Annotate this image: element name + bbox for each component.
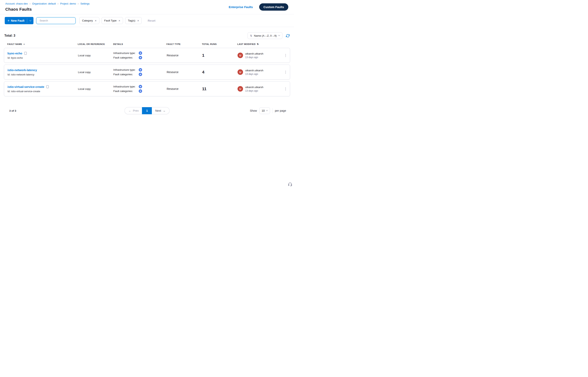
table-row: byoc-echo Id: byoc-echo Local copy Infra… [4,48,290,63]
total-runs: 1 [202,53,237,58]
fault-id: Id: byoc-echo [8,56,78,59]
sort-dropdown[interactable]: ⇅ Name (A→Z, 0→9) [248,32,283,39]
filter-label: Fault Type [104,19,117,22]
sort-both-icon: ⇅ [257,43,259,45]
column-header-fault-name[interactable]: FAULT NAME ▲ [7,43,78,45]
close-icon[interactable]: × [118,19,120,22]
details-cell: Infrastructure type: ☸ Fault categories:… [113,68,167,76]
fault-name-link[interactable]: istio-network-latency [8,68,37,72]
total-runs: 4 [202,70,237,74]
header-actions: Enterprise Faults Custom Faults [229,3,288,11]
custom-faults-button[interactable]: Custom Faults [259,3,288,11]
prev-label: Prev [133,109,139,112]
last-modified-cell: U utkarsh.utkarsh 13 days ago [237,86,281,92]
column-label: LAST MODIFIED [237,43,256,45]
chevron-down-icon [278,34,280,36]
toolbar: + New Fault Category × Fault Type × Tag(… [0,14,294,27]
close-icon[interactable]: × [95,19,97,22]
enterprise-faults-link[interactable]: Enterprise Faults [229,5,253,9]
row-menu-button[interactable]: ⋮ [281,53,290,58]
avatar: U [237,86,243,92]
chevron-down-icon [29,19,31,21]
modified-date: 13 days ago [245,89,263,92]
divider [272,108,272,113]
sort-ascending-icon: ▲ [23,43,25,45]
total-runs: 11 [202,86,237,91]
column-header-local-or-reference: LOCAL OR REFERENCE [78,43,113,45]
headset-icon [288,182,292,187]
fault-name-link[interactable]: istio-virtual-service-create [8,85,44,88]
arrow-right-icon: → [163,109,166,112]
breadcrumb-project[interactable]: Project: demo [60,2,76,5]
pagination-range: 3 of 3 [9,109,16,112]
last-modified-cell: U utkarsh.utkarsh 13 days ago [237,52,281,59]
content: Total: 3 ⇅ Name (A→Z, 0→9) FAULT NAME ▲ … [0,32,294,115]
table-row: istio-virtual-service-create Id: istio-v… [4,81,290,96]
show-label: Show [250,109,257,112]
column-label: LOCAL OR REFERENCE [78,43,105,45]
plus-icon: + [8,19,10,23]
page-1-button[interactable]: 1 [142,107,152,114]
fault-id: Id: istio-network-latency [8,73,78,76]
filter-pills: Category × Fault Type × Tag(s) × [79,17,142,24]
new-fault-button[interactable]: + New Fault [5,17,27,24]
search-input[interactable] [40,19,74,22]
kubernetes-icon: ☸ [139,73,142,76]
breadcrumb-organization[interactable]: Organization: default [32,2,56,5]
new-fault-dropdown-button[interactable] [27,17,34,24]
modified-by: utkarsh.utkarsh [245,52,263,55]
doc-icon [24,52,27,55]
page-size-controls: Show 10 per page [250,107,286,114]
chevron-down-icon [266,109,268,111]
infrastructure-type-label: Infrastructure type: [113,52,139,55]
list-controls: Total: 3 ⇅ Name (A→Z, 0→9) [4,32,290,39]
sort-icon: ⇅ [250,34,252,37]
fault-type: Resource [167,54,202,57]
modified-by: utkarsh.utkarsh [245,69,263,72]
filter-pill-category[interactable]: Category × [79,17,99,24]
support-chat-button[interactable] [288,182,292,187]
column-label: DETAILS [113,43,123,45]
local-or-reference: Local copy [78,71,113,74]
new-fault-label: New Fault [11,19,24,22]
kubernetes-icon: ☸ [139,68,142,71]
kubernetes-icon: ☸ [139,51,142,55]
page-size-select[interactable]: 10 [259,107,270,114]
arrow-left-icon: ← [128,109,131,112]
fault-name-link[interactable]: byoc-echo [8,52,22,55]
column-header-last-modified[interactable]: LAST MODIFIED ⇅ [237,43,282,45]
breadcrumb-account[interactable]: Account: chaos-dev [5,2,28,5]
prev-page-button[interactable]: ← Prev [124,107,142,114]
column-header-total-runs: TOTAL RUNS [202,43,237,45]
sort-label: Name (A→Z, 0→9) [254,34,277,37]
modified-date: 13 days ago [245,73,263,75]
next-label: Next [155,109,161,112]
row-menu-button[interactable]: ⋮ [281,70,290,74]
refresh-button[interactable] [286,34,290,38]
pager: ← Prev 1 Next → [124,107,170,114]
next-page-button[interactable]: Next → [152,107,170,114]
breadcrumb-separator: › [58,2,58,5]
kubernetes-icon: ☸ [139,56,142,59]
column-header-details: DETAILS [113,43,167,45]
infrastructure-type-label: Infrastructure type: [113,68,139,71]
refresh-icon [286,34,290,38]
reset-button[interactable]: Reset [147,19,156,22]
local-or-reference: Local copy [78,54,113,57]
infrastructure-type-label: Infrastructure type: [113,85,139,88]
fault-categories-label: Fault categories: [113,90,139,93]
filter-pill-fault-type[interactable]: Fault Type × [102,17,123,24]
doc-icon [46,85,49,88]
search-box [36,17,76,24]
breadcrumb-settings[interactable]: Settings [80,2,90,5]
filter-pill-tags[interactable]: Tag(s) × [125,17,142,24]
avatar: U [237,69,243,75]
column-header-fault-type: FAULT TYPE [167,43,202,45]
fault-type: Resource [167,71,202,74]
avatar: U [237,53,243,58]
breadcrumb-separator: › [30,2,30,5]
fault-id: Id: istio-virtual-service-create [8,90,78,93]
close-icon[interactable]: × [137,19,139,22]
pagination: 3 of 3 ← Prev 1 Next → Show 10 per page [4,107,290,115]
row-menu-button[interactable]: ⋮ [281,87,290,91]
